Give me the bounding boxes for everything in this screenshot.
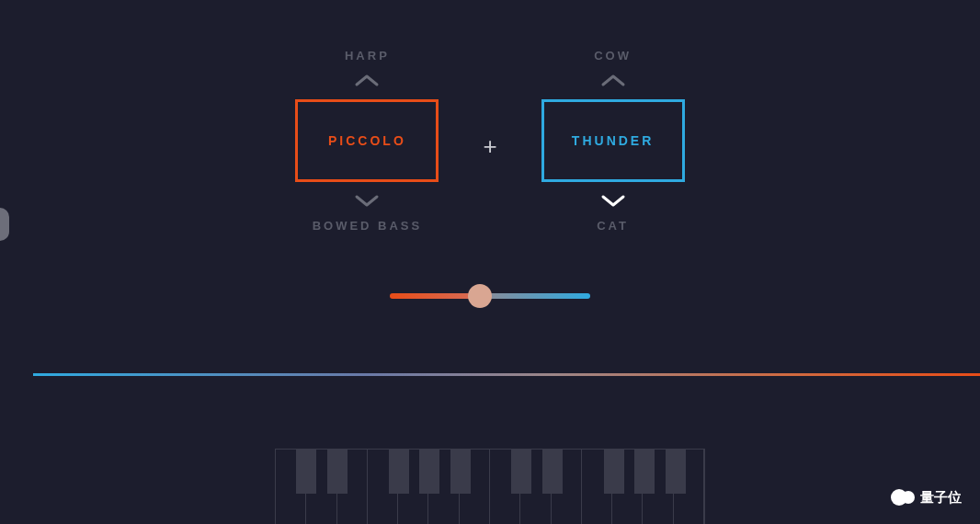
right-sound-selector: COW THUNDER CAT <box>541 49 685 233</box>
left-sound-box[interactable]: PICCOLO <box>295 99 439 182</box>
right-sound-box[interactable]: THUNDER <box>541 99 685 182</box>
chevron-down-icon[interactable] <box>354 193 380 208</box>
black-key[interactable] <box>634 450 655 494</box>
watermark-text: 量子位 <box>920 489 962 507</box>
piano-keyboard[interactable] <box>275 449 705 524</box>
black-key[interactable] <box>542 450 563 494</box>
blend-track-left <box>390 293 480 299</box>
spectrum-line <box>33 373 980 376</box>
black-key[interactable] <box>604 450 624 494</box>
right-sound-value: THUNDER <box>572 133 654 148</box>
blend-slider[interactable] <box>390 292 590 300</box>
blend-track-right <box>480 293 590 299</box>
black-key[interactable] <box>511 450 531 494</box>
black-key[interactable] <box>419 450 439 494</box>
chevron-down-icon[interactable] <box>600 193 626 208</box>
left-sound-selector: HARP PICCOLO BOWED BASS <box>295 49 439 233</box>
black-key[interactable] <box>296 450 316 494</box>
left-sound-value: PICCOLO <box>328 133 406 148</box>
blend-handle[interactable] <box>468 284 492 308</box>
black-key[interactable] <box>450 450 471 494</box>
wechat-icon <box>891 487 915 507</box>
chevron-up-icon[interactable] <box>600 74 626 88</box>
left-prev-label: HARP <box>345 49 390 63</box>
left-next-label: BOWED BASS <box>313 219 423 233</box>
black-key[interactable] <box>327 450 348 494</box>
chevron-up-icon[interactable] <box>354 74 380 88</box>
sound-selectors-row: HARP PICCOLO BOWED BASS + COW THUNDER CA… <box>0 49 980 233</box>
watermark: 量子位 <box>891 487 962 507</box>
combine-plus: + <box>483 132 496 161</box>
black-key[interactable] <box>389 450 409 494</box>
black-key[interactable] <box>666 450 686 494</box>
right-prev-label: COW <box>594 49 632 63</box>
right-next-label: CAT <box>597 219 629 233</box>
